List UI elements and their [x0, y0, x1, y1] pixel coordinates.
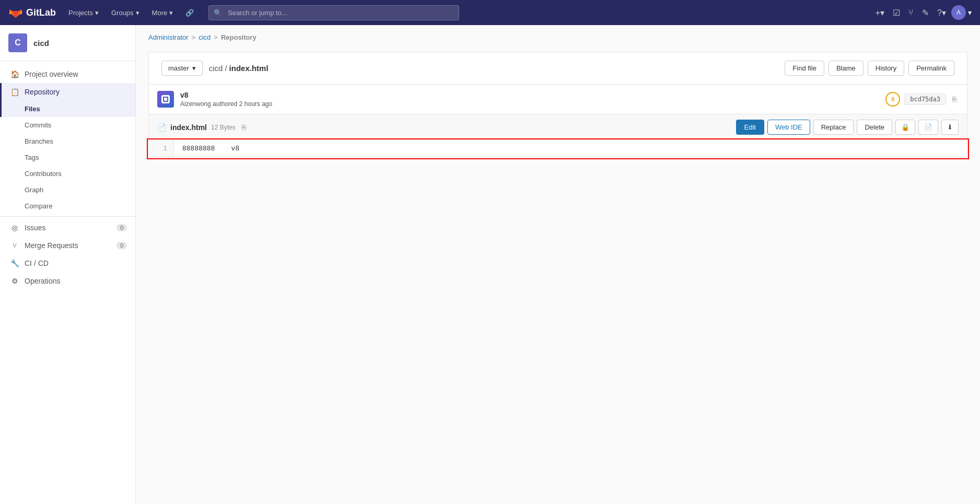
commit-hash: bcd75da3: [904, 93, 946, 105]
web-ide-button[interactable]: Web IDE: [767, 120, 810, 135]
svg-rect-0: [162, 96, 169, 103]
sidebar-item-label: Project overview: [25, 70, 78, 78]
more-menu[interactable]: More ▾: [148, 7, 178, 19]
repo-icon: 📋: [10, 88, 19, 96]
nav-icon-group: +▾ ☑ ⑂ ✎ ?▾ A ▾: [872, 5, 972, 21]
sidebar-item-project-overview[interactable]: 🏠 Project overview: [0, 65, 135, 83]
code-line-1: 1 88888888 v8: [149, 140, 967, 157]
sidebar-item-operations[interactable]: ⚙ Operations: [0, 272, 135, 290]
pause-icon: ⏸: [890, 96, 896, 103]
branch-name: master: [168, 64, 189, 72]
file-path: cicd / index.html: [209, 64, 269, 73]
edit-button[interactable]: Edit: [736, 120, 764, 135]
lock-btn[interactable]: 🔒: [895, 120, 915, 135]
raw-btn[interactable]: 📄: [918, 120, 938, 135]
sidebar: C cicd 🏠 Project overview 📋 Repository F…: [0, 25, 136, 504]
sidebar-subitem-files[interactable]: Files: [0, 101, 135, 117]
download-btn[interactable]: ⬇: [941, 120, 959, 135]
sidebar-subitem-graph[interactable]: Graph: [0, 182, 135, 198]
sidebar-item-issues[interactable]: ◎ Issues 0: [0, 219, 135, 237]
branch-dropdown-icon: ▾: [192, 64, 196, 72]
copy-hash-button[interactable]: ⎘: [950, 94, 959, 104]
main-content: Administrator > cicd > Repository master…: [136, 25, 980, 504]
blame-button[interactable]: Blame: [829, 61, 864, 76]
commit-author: Aizenwong authored 2 hours ago: [180, 100, 879, 108]
logo-text: GitLab: [26, 7, 56, 18]
commit-info: v8 Aizenwong authored 2 hours ago: [180, 91, 879, 108]
sidebar-item-label: Merge Requests: [25, 241, 78, 250]
file-size: 12 Bytes: [211, 124, 236, 131]
operations-icon: ⚙: [10, 277, 19, 285]
page-layout: C cicd 🏠 Project overview 📋 Repository F…: [0, 25, 980, 504]
breadcrumb: Administrator > cicd > Repository: [136, 25, 980, 41]
file-content-card: 📄 index.html 12 Bytes ⎘ Edit Web IDE Rep…: [148, 114, 967, 158]
code-viewer: 1 88888888 v8: [149, 140, 967, 157]
project-avatar: C: [8, 33, 27, 52]
path-separator: /: [225, 64, 227, 73]
commit-message: v8: [180, 91, 879, 99]
sidebar-subitem-compare[interactable]: Compare: [0, 198, 135, 214]
project-name: cicd: [33, 39, 49, 48]
breadcrumb-sep2: >: [214, 33, 218, 41]
search-bar: 🔍: [208, 5, 459, 20]
snippets-btn[interactable]: 🔗: [181, 7, 198, 19]
copy-icon: ⎘: [242, 123, 246, 132]
user-avatar[interactable]: A: [951, 5, 966, 20]
edit-btn[interactable]: ✎: [919, 5, 932, 21]
sidebar-item-repository[interactable]: 📋 Repository: [0, 83, 135, 101]
sidebar-item-label: CI / CD: [25, 259, 49, 267]
new-item-btn[interactable]: +▾: [872, 5, 888, 21]
help-btn[interactable]: ?▾: [934, 5, 949, 21]
breadcrumb-current: Repository: [221, 33, 256, 41]
path-filename: index.html: [229, 64, 269, 73]
replace-button[interactable]: Replace: [813, 120, 854, 135]
find-file-button[interactable]: Find file: [785, 61, 824, 76]
copy-path-button[interactable]: ⎘: [240, 122, 248, 133]
breadcrumb-sep1: >: [192, 33, 196, 41]
breadcrumb-project[interactable]: cicd: [199, 33, 211, 41]
sidebar-subitem-branches[interactable]: Branches: [0, 133, 135, 149]
cicd-icon: 🔧: [10, 259, 19, 267]
sidebar-navigation: 🏠 Project overview 📋 Repository Files Co…: [0, 61, 135, 294]
merge-btn[interactable]: ⑂: [905, 5, 917, 20]
todo-btn[interactable]: ☑: [890, 5, 903, 21]
issues-badge: 0: [116, 224, 127, 231]
sidebar-item-label: Issues: [25, 224, 45, 232]
top-navigation: GitLab Projects ▾ Groups ▾ More ▾ 🔗 🔍 +▾…: [0, 0, 980, 25]
search-input[interactable]: [208, 5, 459, 20]
permalink-button[interactable]: Permalink: [908, 61, 954, 76]
lock-icon: 🔒: [901, 123, 909, 131]
sidebar-item-cicd[interactable]: 🔧 CI / CD: [0, 254, 135, 272]
projects-menu[interactable]: Projects ▾: [64, 7, 103, 19]
download-icon: ⬇: [947, 123, 953, 131]
file-type-icon: 📄: [157, 123, 166, 132]
path-prefix: cicd: [209, 64, 223, 73]
svg-rect-1: [164, 98, 167, 101]
file-name-label: index.html: [170, 123, 207, 132]
search-icon: 🔍: [214, 9, 222, 17]
gitlab-logo[interactable]: GitLab: [8, 5, 56, 20]
sidebar-subitem-commits[interactable]: Commits: [0, 117, 135, 133]
file-header-actions: Find file Blame History Permalink: [785, 61, 954, 76]
line-code-1: 88888888 v8: [174, 140, 248, 157]
history-button[interactable]: History: [868, 61, 904, 76]
author-name: Aizenwong: [180, 100, 211, 108]
commit-bar: v8 Aizenwong authored 2 hours ago ⏸ bcd7…: [148, 85, 967, 114]
merge-request-icon: ⑂: [10, 241, 19, 250]
delete-button[interactable]: Delete: [857, 120, 892, 135]
sidebar-divider: [0, 216, 135, 217]
pipeline-status-btn[interactable]: ⏸: [885, 92, 900, 107]
file-content-header: 📄 index.html 12 Bytes ⎘ Edit Web IDE Rep…: [149, 114, 967, 140]
issues-icon: ◎: [10, 224, 19, 232]
sidebar-item-merge-requests[interactable]: ⑂ Merge Requests 0: [0, 237, 135, 254]
raw-icon: 📄: [924, 123, 932, 131]
branch-selector[interactable]: master ▾: [161, 61, 203, 76]
file-actions: Edit Web IDE Replace Delete 🔒 📄 ⬇: [736, 120, 959, 135]
line-number-1: 1: [149, 140, 174, 157]
sidebar-item-label: Operations: [25, 277, 60, 285]
sidebar-subitem-tags[interactable]: Tags: [0, 149, 135, 166]
sidebar-subitem-contributors[interactable]: Contributors: [0, 166, 135, 182]
breadcrumb-admin[interactable]: Administrator: [148, 33, 189, 41]
sidebar-header: C cicd: [0, 25, 135, 61]
groups-menu[interactable]: Groups ▾: [107, 7, 144, 19]
